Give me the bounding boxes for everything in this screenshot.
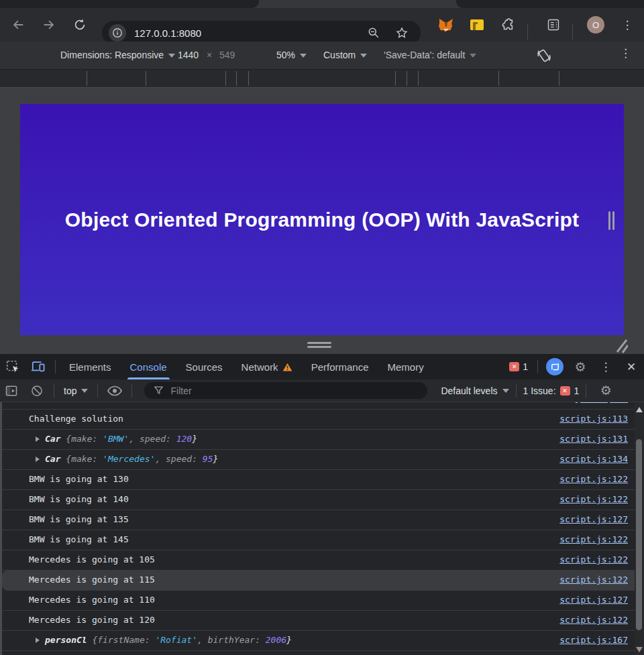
console-message-text: Car {make: 'BMW', speed: 120} (29, 434, 553, 444)
console-row[interactable]: BMW is going at 140script.js:122 (2, 490, 644, 510)
source-link[interactable]: script.js:127 (559, 595, 628, 605)
tab-network[interactable]: Network (232, 354, 302, 379)
reading-list-icon[interactable] (545, 16, 562, 34)
browser-tab-strip (0, 0, 644, 8)
scroll-down-icon[interactable] (636, 647, 643, 652)
browser-tab-shape-left[interactable] (0, 0, 259, 8)
source-link[interactable]: script.js:122 (559, 494, 628, 504)
console-scrollbar[interactable] (635, 402, 644, 655)
source-link[interactable]: script.js:122 (559, 575, 628, 585)
console-row[interactable]: Mercedes is going at 110script.js:127 (2, 591, 644, 611)
console-row[interactable]: BMW is going at 135script.js:127 (2, 510, 644, 530)
source-link[interactable]: script.js:122 (559, 554, 628, 564)
console-filter[interactable] (144, 382, 427, 399)
toolbar-divider (572, 23, 573, 40)
chevron-down-icon (81, 389, 88, 393)
console-row[interactable]: Live reload enabled.(index):55 (2, 402, 644, 410)
source-link[interactable]: script.js:134 (559, 454, 628, 464)
browser-tab-shape-right[interactable] (456, 0, 644, 8)
console-row[interactable]: Mercedes is going at 120script.js:122 (2, 611, 644, 631)
forward-button[interactable] (40, 16, 58, 34)
source-link[interactable]: script.js:113 (559, 414, 628, 424)
tab-sources[interactable]: Sources (176, 354, 232, 379)
source-link[interactable]: script.js:122 (559, 534, 628, 544)
error-badge-icon: ✕ (509, 362, 519, 371)
error-count: 1 (523, 361, 528, 372)
scroll-up-icon[interactable] (636, 407, 643, 412)
console-row[interactable]: BMW is going at 145script.js:122 (2, 530, 644, 550)
ruler-tick (146, 71, 146, 86)
expand-caret-icon[interactable] (36, 638, 40, 643)
tab-label: Network (241, 361, 278, 373)
context-selector[interactable]: top (58, 385, 93, 396)
viewport-resize-corner[interactable] (597, 337, 628, 353)
issues-counter[interactable]: 1 Issue: ✕ 1 (523, 385, 580, 396)
tab-label: Memory (388, 361, 424, 373)
save-data-select[interactable]: 'Save-Data': default (384, 50, 476, 60)
console-settings-button[interactable]: ⚙ (597, 382, 614, 400)
live-expression-button[interactable] (106, 382, 123, 400)
source-link[interactable]: (index):55 (576, 402, 628, 404)
clear-console-button[interactable] (28, 382, 46, 400)
console-row[interactable]: BMW is going at 130script.js:122 (2, 470, 644, 490)
expand-caret-icon[interactable] (36, 436, 40, 442)
wallet-extension-icon[interactable] (468, 16, 486, 34)
tabbar-error-indicator[interactable]: ✕ 1 (509, 361, 528, 372)
console-sidebar-toggle[interactable] (3, 382, 20, 400)
source-link[interactable]: script.js:122 (559, 615, 628, 625)
dimension-times-label: × (207, 50, 212, 60)
console-row[interactable]: Car {make: 'BMW', speed: 120}script.js:1… (2, 430, 644, 450)
back-button[interactable] (9, 16, 27, 34)
devtools-settings-button[interactable]: ⚙ (572, 358, 589, 375)
devtools-menu-button[interactable]: ⋮ (597, 358, 614, 375)
url-text[interactable]: 127.0.0.1:8080 (134, 27, 367, 39)
browser-menu-button[interactable]: ⋮ (619, 16, 636, 34)
console-row[interactable]: Car {make: 'Mercedes', speed: 95}script.… (2, 450, 644, 470)
tab-console[interactable]: Console (121, 354, 176, 379)
tab-elements[interactable]: Elements (60, 354, 121, 379)
source-link[interactable]: script.js:131 (559, 434, 628, 444)
height-field[interactable]: 549 (219, 50, 235, 60)
ruler-tick (498, 71, 499, 86)
extensions-puzzle-icon[interactable] (499, 16, 517, 34)
source-link[interactable]: script.js:167 (559, 635, 628, 645)
ruler-tick (236, 71, 237, 86)
close-icon: ✕ (627, 360, 636, 374)
inspect-element-button[interactable] (4, 358, 21, 375)
console-row[interactable]: Challenge solutionscript.js:113 (2, 410, 644, 430)
devtools-close-button[interactable]: ✕ (623, 358, 640, 375)
console-message-text: BMW is going at 140 (29, 494, 553, 504)
filter-input[interactable] (170, 385, 392, 396)
tab-performance[interactable]: Performance (302, 354, 378, 379)
viewport-resize-handle-bottom[interactable] (307, 342, 331, 350)
zoom-icon[interactable] (367, 26, 380, 40)
source-link[interactable]: script.js:127 (559, 514, 628, 524)
bookmark-star-icon[interactable] (395, 26, 409, 40)
ruler-tick (559, 71, 559, 86)
source-link[interactable]: script.js:122 (559, 474, 628, 484)
console-row[interactable]: personCl {firstName: 'Rofiat', birthYear… (2, 631, 644, 651)
console-row[interactable]: Mercedes is going at 115script.js:122 (2, 571, 644, 591)
device-toolbar: Dimensions: Responsive 1440 × 549 50% Cu… (0, 42, 644, 70)
back-arrow-icon (11, 17, 25, 32)
console-row[interactable]: Mercedes is going at 105script.js:122 (2, 550, 644, 571)
throttling-select[interactable]: Custom (323, 50, 367, 60)
site-info-button[interactable] (109, 24, 126, 42)
ai-assistance-button[interactable] (546, 358, 564, 375)
chevron-down-icon (168, 54, 175, 58)
viewport-resize-handle-right[interactable] (608, 211, 614, 230)
dimensions-select[interactable]: Dimensions: Responsive (60, 50, 175, 60)
reload-button[interactable] (71, 16, 89, 34)
metamask-extension-icon[interactable] (437, 16, 455, 34)
width-field[interactable]: 1440 (178, 50, 199, 60)
device-toolbar-menu-button[interactable]: ⋮ (620, 48, 631, 59)
rotate-viewport-button[interactable] (535, 47, 553, 64)
tab-memory[interactable]: Memory (378, 354, 433, 379)
profile-avatar[interactable]: O (587, 16, 604, 34)
device-toolbar-toggle[interactable] (30, 358, 47, 375)
zoom-select[interactable]: 50% (276, 50, 307, 60)
log-levels-select[interactable]: Default levels (441, 385, 508, 396)
expand-caret-icon[interactable] (36, 457, 40, 462)
console-message-text: Mercedes is going at 120 (29, 615, 553, 625)
scrollbar-thumb[interactable] (636, 439, 642, 630)
